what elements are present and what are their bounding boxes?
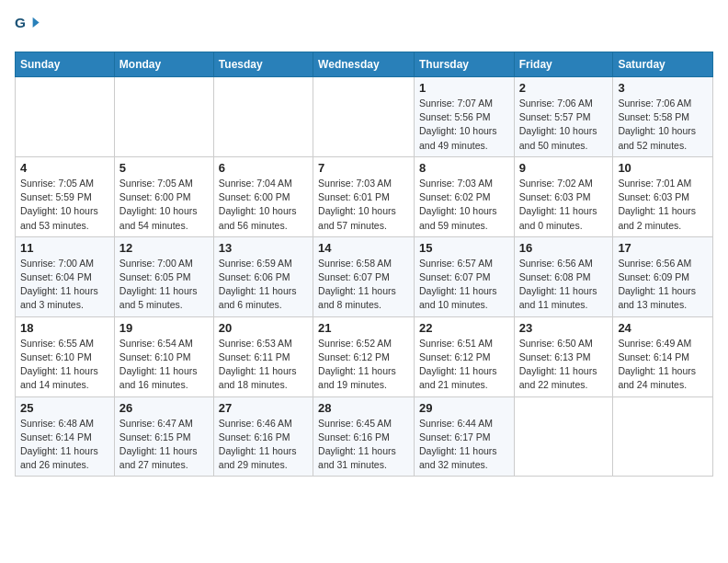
day-info: Sunrise: 7:05 AMSunset: 6:00 PMDaylight:…	[119, 177, 209, 233]
day-number: 5	[119, 161, 209, 175]
calendar-cell: 7Sunrise: 7:03 AMSunset: 6:01 PMDaylight…	[313, 156, 415, 236]
day-header-wednesday: Wednesday	[313, 52, 415, 77]
day-info: Sunrise: 7:01 AMSunset: 6:03 PMDaylight:…	[618, 177, 708, 233]
day-info: Sunrise: 6:47 AMSunset: 6:15 PMDaylight:…	[119, 417, 209, 473]
day-number: 7	[318, 161, 409, 175]
calendar-cell	[313, 77, 415, 157]
calendar-cell: 5Sunrise: 7:05 AMSunset: 6:00 PMDaylight…	[114, 156, 213, 236]
day-info: Sunrise: 6:53 AMSunset: 6:11 PMDaylight:…	[219, 337, 308, 393]
header-row: SundayMondayTuesdayWednesdayThursdayFrid…	[16, 52, 713, 77]
day-number: 12	[119, 241, 209, 255]
day-header-friday: Friday	[514, 52, 613, 77]
day-info: Sunrise: 6:51 AMSunset: 6:12 PMDaylight:…	[419, 337, 509, 393]
day-number: 11	[20, 241, 109, 255]
svg-text:G: G	[15, 15, 26, 30]
day-info: Sunrise: 6:46 AMSunset: 6:16 PMDaylight:…	[219, 417, 308, 473]
calendar-cell: 19Sunrise: 6:54 AMSunset: 6:10 PMDayligh…	[114, 316, 213, 396]
calendar-cell: 27Sunrise: 6:46 AMSunset: 6:16 PMDayligh…	[213, 396, 313, 477]
day-info: Sunrise: 6:52 AMSunset: 6:12 PMDaylight:…	[318, 337, 409, 393]
calendar-cell: 6Sunrise: 7:04 AMSunset: 6:00 PMDaylight…	[213, 156, 313, 236]
day-info: Sunrise: 7:07 AMSunset: 5:56 PMDaylight:…	[419, 97, 509, 153]
calendar-cell: 10Sunrise: 7:01 AMSunset: 6:03 PMDayligh…	[613, 156, 713, 236]
week-row-1: 4Sunrise: 7:05 AMSunset: 5:59 PMDaylight…	[16, 156, 713, 236]
calendar-cell: 11Sunrise: 7:00 AMSunset: 6:04 PMDayligh…	[16, 236, 115, 316]
calendar-cell: 17Sunrise: 6:56 AMSunset: 6:09 PMDayligh…	[613, 236, 713, 316]
calendar-cell: 26Sunrise: 6:47 AMSunset: 6:15 PMDayligh…	[114, 396, 213, 477]
calendar-cell: 15Sunrise: 6:57 AMSunset: 6:07 PMDayligh…	[414, 236, 514, 316]
day-info: Sunrise: 6:48 AMSunset: 6:14 PMDaylight:…	[20, 417, 109, 473]
day-info: Sunrise: 6:49 AMSunset: 6:14 PMDaylight:…	[618, 337, 708, 393]
calendar-cell: 22Sunrise: 6:51 AMSunset: 6:12 PMDayligh…	[414, 316, 514, 396]
day-info: Sunrise: 6:45 AMSunset: 6:16 PMDaylight:…	[318, 417, 409, 473]
calendar-cell: 21Sunrise: 6:52 AMSunset: 6:12 PMDayligh…	[313, 316, 415, 396]
calendar-cell: 1Sunrise: 7:07 AMSunset: 5:56 PMDaylight…	[414, 77, 514, 157]
day-number: 10	[618, 161, 708, 175]
day-number: 13	[219, 241, 308, 255]
day-number: 29	[419, 401, 509, 415]
day-number: 25	[20, 401, 109, 415]
logo: G	[15, 15, 44, 40]
day-info: Sunrise: 6:44 AMSunset: 6:17 PMDaylight:…	[419, 417, 509, 473]
day-number: 14	[318, 241, 409, 255]
day-number: 17	[618, 241, 708, 255]
calendar-cell: 3Sunrise: 7:06 AMSunset: 5:58 PMDaylight…	[613, 77, 713, 157]
calendar-cell	[213, 77, 313, 157]
day-info: Sunrise: 6:56 AMSunset: 6:09 PMDaylight:…	[618, 257, 708, 313]
day-number: 6	[219, 161, 308, 175]
day-header-saturday: Saturday	[613, 52, 713, 77]
calendar-cell: 18Sunrise: 6:55 AMSunset: 6:10 PMDayligh…	[16, 316, 115, 396]
calendar-cell: 4Sunrise: 7:05 AMSunset: 5:59 PMDaylight…	[16, 156, 115, 236]
day-header-monday: Monday	[114, 52, 213, 77]
calendar-cell: 28Sunrise: 6:45 AMSunset: 6:16 PMDayligh…	[313, 396, 415, 477]
day-header-thursday: Thursday	[414, 52, 514, 77]
day-info: Sunrise: 6:56 AMSunset: 6:08 PMDaylight:…	[519, 257, 609, 313]
day-info: Sunrise: 6:50 AMSunset: 6:13 PMDaylight:…	[519, 337, 609, 393]
calendar-cell	[114, 77, 213, 157]
day-number: 1	[419, 81, 509, 95]
day-number: 28	[318, 401, 409, 415]
day-number: 18	[20, 321, 109, 335]
calendar-table: SundayMondayTuesdayWednesdayThursdayFrid…	[15, 52, 713, 477]
day-info: Sunrise: 7:06 AMSunset: 5:58 PMDaylight:…	[618, 97, 708, 153]
day-number: 16	[519, 241, 609, 255]
calendar-cell: 20Sunrise: 6:53 AMSunset: 6:11 PMDayligh…	[213, 316, 313, 396]
week-row-4: 25Sunrise: 6:48 AMSunset: 6:14 PMDayligh…	[16, 396, 713, 477]
day-info: Sunrise: 7:00 AMSunset: 6:04 PMDaylight:…	[20, 257, 109, 313]
day-number: 2	[519, 81, 609, 95]
week-row-2: 11Sunrise: 7:00 AMSunset: 6:04 PMDayligh…	[16, 236, 713, 316]
day-info: Sunrise: 7:06 AMSunset: 5:57 PMDaylight:…	[519, 97, 609, 153]
calendar-cell: 14Sunrise: 6:58 AMSunset: 6:07 PMDayligh…	[313, 236, 415, 316]
calendar-cell: 2Sunrise: 7:06 AMSunset: 5:57 PMDaylight…	[514, 77, 613, 157]
day-info: Sunrise: 7:02 AMSunset: 6:03 PMDaylight:…	[519, 177, 609, 233]
calendar-cell: 29Sunrise: 6:44 AMSunset: 6:17 PMDayligh…	[414, 396, 514, 477]
day-number: 24	[618, 321, 708, 335]
day-info: Sunrise: 7:04 AMSunset: 6:00 PMDaylight:…	[219, 177, 308, 233]
day-number: 20	[219, 321, 308, 335]
calendar-cell: 25Sunrise: 6:48 AMSunset: 6:14 PMDayligh…	[16, 396, 115, 477]
logo-icon: G	[15, 15, 40, 40]
calendar-cell: 23Sunrise: 6:50 AMSunset: 6:13 PMDayligh…	[514, 316, 613, 396]
day-number: 26	[119, 401, 209, 415]
day-info: Sunrise: 6:57 AMSunset: 6:07 PMDaylight:…	[419, 257, 509, 313]
day-header-tuesday: Tuesday	[213, 52, 313, 77]
day-number: 21	[318, 321, 409, 335]
calendar-cell: 12Sunrise: 7:00 AMSunset: 6:05 PMDayligh…	[114, 236, 213, 316]
week-row-0: 1Sunrise: 7:07 AMSunset: 5:56 PMDaylight…	[16, 77, 713, 157]
week-row-3: 18Sunrise: 6:55 AMSunset: 6:10 PMDayligh…	[16, 316, 713, 396]
day-info: Sunrise: 6:59 AMSunset: 6:06 PMDaylight:…	[219, 257, 308, 313]
day-number: 23	[519, 321, 609, 335]
svg-marker-1	[33, 17, 40, 28]
calendar-cell: 9Sunrise: 7:02 AMSunset: 6:03 PMDaylight…	[514, 156, 613, 236]
day-number: 15	[419, 241, 509, 255]
day-info: Sunrise: 7:05 AMSunset: 5:59 PMDaylight:…	[20, 177, 109, 233]
day-info: Sunrise: 7:03 AMSunset: 6:01 PMDaylight:…	[318, 177, 409, 233]
day-info: Sunrise: 6:54 AMSunset: 6:10 PMDaylight:…	[119, 337, 209, 393]
day-number: 3	[618, 81, 708, 95]
calendar-cell: 8Sunrise: 7:03 AMSunset: 6:02 PMDaylight…	[414, 156, 514, 236]
calendar-cell: 24Sunrise: 6:49 AMSunset: 6:14 PMDayligh…	[613, 316, 713, 396]
calendar-cell: 13Sunrise: 6:59 AMSunset: 6:06 PMDayligh…	[213, 236, 313, 316]
calendar-cell	[514, 396, 613, 477]
day-number: 19	[119, 321, 209, 335]
day-info: Sunrise: 7:03 AMSunset: 6:02 PMDaylight:…	[419, 177, 509, 233]
day-info: Sunrise: 6:55 AMSunset: 6:10 PMDaylight:…	[20, 337, 109, 393]
